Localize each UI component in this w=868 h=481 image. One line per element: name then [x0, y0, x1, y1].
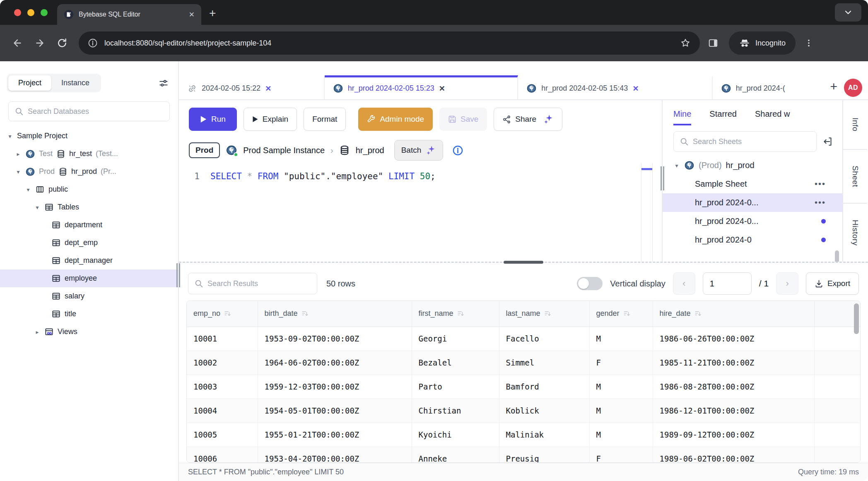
side-tab-sheet[interactable]: Sheet — [843, 150, 867, 204]
maximize-window-button[interactable] — [41, 9, 48, 16]
table-row[interactable]: 100061953-04-20T00:00:00ZAnnekePreusigF1… — [187, 447, 861, 463]
column-header[interactable]: emp_no — [187, 301, 258, 327]
tree-node-test-db[interactable]: ▸ Test hr_test (Test... — [0, 145, 178, 163]
tree-node-table-title[interactable]: title — [0, 305, 178, 323]
tree-node-table-dept-emp[interactable]: dept_emp — [0, 234, 178, 252]
run-button[interactable]: Run — [189, 108, 237, 131]
page-number-input[interactable] — [703, 272, 752, 295]
table-row[interactable]: 100041954-05-01T00:00:00ZChirstianKoblic… — [187, 399, 861, 423]
caret-down-icon[interactable]: ▾ — [25, 186, 31, 193]
export-button[interactable]: Export — [806, 272, 859, 295]
tab-instance[interactable]: Instance — [51, 75, 99, 91]
tree-node-views-group[interactable]: ▸ Views — [0, 323, 178, 341]
table-row[interactable]: 100021964-06-02T00:00:00ZBezalelSimmelF1… — [187, 351, 861, 375]
side-panel-icon[interactable] — [704, 34, 722, 52]
sheet-menu-icon[interactable]: ••• — [815, 179, 826, 189]
database-search-input[interactable] — [28, 107, 164, 116]
tree-node-project[interactable]: ▾ Sample Project — [0, 127, 178, 145]
browser-tab[interactable]: Bytebase SQL Editor ✕ — [57, 4, 201, 25]
instance-name[interactable]: Prod Sample Instance — [243, 146, 325, 155]
sheet-search[interactable] — [673, 131, 817, 152]
table-row[interactable]: 100011953-09-02T00:00:00ZGeorgiFacelloM1… — [187, 327, 861, 351]
filter-settings-icon[interactable] — [158, 78, 169, 89]
forward-button[interactable] — [31, 34, 49, 52]
tree-node-schema-public[interactable]: ▾ public — [0, 180, 178, 198]
save-button[interactable]: Save — [439, 108, 487, 131]
tree-node-table-salary[interactable]: salary — [0, 287, 178, 305]
editor-minimap[interactable] — [641, 163, 653, 262]
sheet-scrollbar[interactable] — [835, 250, 839, 262]
share-button[interactable]: Share — [494, 108, 562, 131]
sheet-item[interactable]: hr_prod 2024-0 — [663, 231, 842, 249]
url-bar[interactable]: localhost:8080/sql-editor/sheet/project-… — [79, 31, 700, 55]
sidebar-resize-handle[interactable] — [176, 263, 180, 287]
caret-right-icon[interactable]: ▸ — [15, 151, 22, 157]
side-tab-info[interactable]: Info — [843, 100, 867, 150]
sheet-menu-icon[interactable]: ••• — [815, 198, 826, 207]
side-tab-history[interactable]: History — [843, 204, 867, 262]
tree-node-prod-db[interactable]: ▾ Prod hr_prod (Pr... — [0, 163, 178, 180]
vertical-display-toggle[interactable] — [577, 277, 603, 290]
browser-menu-icon[interactable] — [800, 34, 818, 52]
tab-project[interactable]: Project — [8, 75, 51, 91]
prev-page-button[interactable]: ‹ — [673, 272, 695, 295]
results-resize-divider[interactable] — [179, 262, 868, 267]
tree-node-tables-group[interactable]: ▾ Tables — [0, 198, 178, 216]
format-button[interactable]: Format — [304, 108, 346, 131]
tab-shared[interactable]: Shared w — [755, 109, 790, 125]
panel-resize-handle[interactable] — [661, 166, 665, 190]
column-header[interactable]: gender — [589, 301, 653, 327]
import-sheet-icon[interactable] — [822, 136, 833, 147]
sheet-item-active[interactable]: hr_prod 2024-0... ••• — [663, 193, 842, 212]
user-avatar[interactable]: AD — [844, 79, 862, 97]
close-window-button[interactable] — [14, 9, 21, 16]
explain-button[interactable]: Explain — [244, 108, 297, 131]
sheet-item[interactable]: Sample Sheet ••• — [663, 175, 842, 193]
divider-grip[interactable] — [504, 261, 543, 264]
sql-tab-4[interactable]: hr_prod 2024-( — [713, 75, 824, 99]
new-sql-tab-button[interactable]: + — [824, 79, 844, 94]
caret-down-icon[interactable]: ▾ — [15, 168, 22, 175]
results-search[interactable] — [188, 273, 317, 294]
site-info-icon[interactable] — [88, 38, 98, 48]
sql-editor[interactable]: 1 SELECT * FROM "public"."employee" LIMI… — [179, 166, 662, 262]
column-header[interactable]: birth_date — [258, 301, 412, 327]
table-row[interactable]: 100051955-01-21T00:00:00ZKyoichiMaliniak… — [187, 423, 861, 447]
tree-node-table-employee[interactable]: employee — [0, 269, 178, 287]
tab-mine[interactable]: Mine — [673, 109, 691, 125]
database-name[interactable]: hr_prod — [356, 146, 384, 155]
tree-node-table-department[interactable]: department — [0, 216, 178, 234]
database-search[interactable] — [8, 101, 170, 121]
sql-tab-3[interactable]: hr_prod 2024-02-05 15:43 ✕ — [518, 75, 713, 99]
table-row[interactable]: 100031959-12-03T00:00:00ZPartoBamfordM19… — [187, 375, 861, 399]
tree-node-table-dept-manager[interactable]: dept_manager — [0, 252, 178, 269]
caret-down-icon[interactable]: ▾ — [673, 162, 680, 169]
tab-starred[interactable]: Starred — [709, 109, 737, 125]
next-page-button[interactable]: › — [776, 272, 798, 295]
admin-mode-button[interactable]: Admin mode — [358, 108, 433, 131]
back-button[interactable] — [8, 34, 27, 52]
bookmark-star-icon[interactable] — [680, 38, 691, 48]
table-scrollbar[interactable] — [854, 303, 859, 334]
batch-button[interactable]: Batch — [394, 140, 444, 161]
results-search-input[interactable] — [207, 279, 311, 288]
sheet-item[interactable]: hr_prod 2024-0... — [663, 212, 842, 231]
sql-tab-unsaved[interactable]: 2024-02-05 15:22 ✕ — [179, 75, 325, 99]
caret-right-icon[interactable]: ▸ — [34, 329, 41, 335]
close-tab-icon[interactable]: ✕ — [265, 84, 271, 93]
sheet-search-input[interactable] — [693, 137, 810, 146]
caret-down-icon[interactable]: ▾ — [7, 133, 13, 139]
sql-tab-active[interactable]: hr_prod 2024-02-05 15:23 ✕ — [325, 75, 518, 99]
column-header[interactable]: hire_date — [653, 301, 814, 327]
column-header[interactable]: last_name — [499, 301, 589, 327]
minimize-window-button[interactable] — [27, 9, 34, 16]
sheet-group[interactable]: ▾ (Prod) hr_prod — [663, 156, 842, 175]
column-header[interactable]: first_name — [412, 301, 499, 327]
reload-button[interactable] — [53, 34, 71, 52]
new-tab-button[interactable]: + — [209, 7, 216, 20]
tab-search-button[interactable] — [835, 3, 861, 22]
close-tab-icon[interactable]: ✕ — [632, 84, 639, 93]
close-tab-icon[interactable]: ✕ — [439, 84, 445, 93]
info-icon[interactable] — [452, 145, 463, 156]
browser-tab-close-icon[interactable]: ✕ — [189, 10, 195, 19]
